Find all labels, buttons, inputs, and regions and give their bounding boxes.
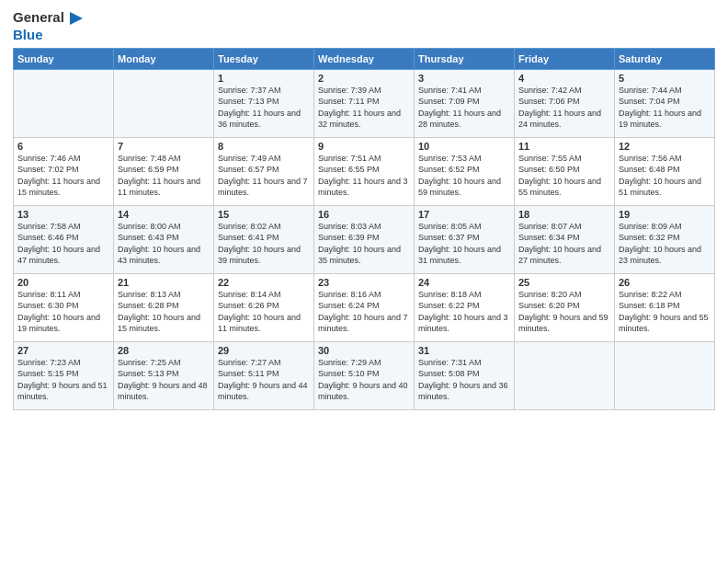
day-cell: 16Sunrise: 8:03 AM Sunset: 6:39 PM Dayli…	[314, 206, 415, 274]
day-number: 24	[418, 277, 510, 288]
day-cell: 31Sunrise: 7:31 AM Sunset: 5:08 PM Dayli…	[415, 342, 515, 410]
weekday-saturday: Saturday	[615, 49, 715, 70]
day-number: 26	[619, 277, 711, 288]
day-cell: 3Sunrise: 7:41 AM Sunset: 7:09 PM Daylig…	[415, 70, 515, 138]
day-info: Sunrise: 7:56 AM Sunset: 6:48 PM Dayligh…	[619, 153, 711, 198]
day-number: 18	[518, 209, 610, 220]
logo-text: General Blue	[13, 9, 83, 42]
day-info: Sunrise: 7:42 AM Sunset: 7:06 PM Dayligh…	[518, 85, 610, 130]
day-number: 22	[218, 277, 310, 288]
day-cell: 2Sunrise: 7:39 AM Sunset: 7:11 PM Daylig…	[314, 70, 415, 138]
day-cell: 24Sunrise: 8:18 AM Sunset: 6:22 PM Dayli…	[415, 274, 515, 342]
day-cell: 10Sunrise: 7:53 AM Sunset: 6:52 PM Dayli…	[415, 138, 515, 206]
day-number: 20	[17, 277, 109, 288]
day-number: 4	[518, 73, 610, 84]
day-cell: 27Sunrise: 7:23 AM Sunset: 5:15 PM Dayli…	[14, 342, 114, 410]
week-row-4: 20Sunrise: 8:11 AM Sunset: 6:30 PM Dayli…	[14, 274, 715, 342]
day-info: Sunrise: 7:53 AM Sunset: 6:52 PM Dayligh…	[418, 153, 510, 198]
day-info: Sunrise: 8:00 AM Sunset: 6:43 PM Dayligh…	[118, 221, 210, 266]
day-cell: 4Sunrise: 7:42 AM Sunset: 7:06 PM Daylig…	[515, 70, 615, 138]
day-info: Sunrise: 8:03 AM Sunset: 6:39 PM Dayligh…	[318, 221, 410, 266]
day-info: Sunrise: 8:02 AM Sunset: 6:41 PM Dayligh…	[218, 221, 310, 266]
day-cell: 1Sunrise: 7:37 AM Sunset: 7:13 PM Daylig…	[214, 70, 314, 138]
day-number: 14	[118, 209, 210, 220]
day-cell: 17Sunrise: 8:05 AM Sunset: 6:37 PM Dayli…	[415, 206, 515, 274]
day-number: 27	[17, 345, 109, 356]
day-number: 11	[518, 141, 610, 152]
day-info: Sunrise: 7:58 AM Sunset: 6:46 PM Dayligh…	[17, 221, 109, 266]
day-number: 2	[318, 73, 410, 84]
day-info: Sunrise: 7:29 AM Sunset: 5:10 PM Dayligh…	[318, 357, 410, 402]
day-number: 5	[619, 73, 711, 84]
day-info: Sunrise: 8:07 AM Sunset: 6:34 PM Dayligh…	[518, 221, 610, 266]
day-cell: 6Sunrise: 7:46 AM Sunset: 7:02 PM Daylig…	[14, 138, 114, 206]
day-number: 16	[318, 209, 410, 220]
day-info: Sunrise: 8:14 AM Sunset: 6:26 PM Dayligh…	[218, 289, 310, 334]
weekday-sunday: Sunday	[14, 49, 114, 70]
day-info: Sunrise: 7:44 AM Sunset: 7:04 PM Dayligh…	[619, 85, 711, 130]
day-number: 31	[418, 345, 510, 356]
week-row-3: 13Sunrise: 7:58 AM Sunset: 6:46 PM Dayli…	[14, 206, 715, 274]
day-number: 8	[218, 141, 310, 152]
day-cell: 21Sunrise: 8:13 AM Sunset: 6:28 PM Dayli…	[114, 274, 214, 342]
day-cell: 18Sunrise: 8:07 AM Sunset: 6:34 PM Dayli…	[515, 206, 615, 274]
weekday-header-row: SundayMondayTuesdayWednesdayThursdayFrid…	[14, 49, 715, 70]
day-cell: 28Sunrise: 7:25 AM Sunset: 5:13 PM Dayli…	[114, 342, 214, 410]
day-number: 9	[318, 141, 410, 152]
day-number: 7	[118, 141, 210, 152]
weekday-thursday: Thursday	[415, 49, 515, 70]
day-info: Sunrise: 8:22 AM Sunset: 6:18 PM Dayligh…	[619, 289, 711, 334]
day-info: Sunrise: 7:23 AM Sunset: 5:15 PM Dayligh…	[17, 357, 109, 402]
day-info: Sunrise: 7:55 AM Sunset: 6:50 PM Dayligh…	[518, 153, 610, 198]
calendar-body: 1Sunrise: 7:37 AM Sunset: 7:13 PM Daylig…	[14, 70, 715, 410]
day-number: 6	[17, 141, 109, 152]
day-cell: 29Sunrise: 7:27 AM Sunset: 5:11 PM Dayli…	[214, 342, 314, 410]
weekday-wednesday: Wednesday	[314, 49, 415, 70]
day-cell: 19Sunrise: 8:09 AM Sunset: 6:32 PM Dayli…	[615, 206, 715, 274]
day-info: Sunrise: 7:25 AM Sunset: 5:13 PM Dayligh…	[118, 357, 210, 402]
day-cell: 5Sunrise: 7:44 AM Sunset: 7:04 PM Daylig…	[615, 70, 715, 138]
day-cell: 9Sunrise: 7:51 AM Sunset: 6:55 PM Daylig…	[314, 138, 415, 206]
day-number: 19	[619, 209, 711, 220]
day-info: Sunrise: 7:51 AM Sunset: 6:55 PM Dayligh…	[318, 153, 410, 198]
day-cell: 23Sunrise: 8:16 AM Sunset: 6:24 PM Dayli…	[314, 274, 415, 342]
weekday-monday: Monday	[114, 49, 214, 70]
day-number: 28	[118, 345, 210, 356]
svg-marker-0	[70, 12, 83, 25]
day-number: 23	[318, 277, 410, 288]
logo: General Blue	[13, 9, 83, 42]
day-info: Sunrise: 8:05 AM Sunset: 6:37 PM Dayligh…	[418, 221, 510, 266]
day-cell: 12Sunrise: 7:56 AM Sunset: 6:48 PM Dayli…	[615, 138, 715, 206]
day-number: 17	[418, 209, 510, 220]
day-number: 10	[418, 141, 510, 152]
day-info: Sunrise: 7:46 AM Sunset: 7:02 PM Dayligh…	[17, 153, 109, 198]
day-info: Sunrise: 7:31 AM Sunset: 5:08 PM Dayligh…	[418, 357, 510, 402]
day-info: Sunrise: 8:16 AM Sunset: 6:24 PM Dayligh…	[318, 289, 410, 334]
day-info: Sunrise: 8:20 AM Sunset: 6:20 PM Dayligh…	[518, 289, 610, 334]
day-number: 3	[418, 73, 510, 84]
day-cell: 22Sunrise: 8:14 AM Sunset: 6:26 PM Dayli…	[214, 274, 314, 342]
day-cell: 30Sunrise: 7:29 AM Sunset: 5:10 PM Dayli…	[314, 342, 415, 410]
day-number: 25	[518, 277, 610, 288]
day-number: 29	[218, 345, 310, 356]
day-cell: 8Sunrise: 7:49 AM Sunset: 6:57 PM Daylig…	[214, 138, 314, 206]
week-row-1: 1Sunrise: 7:37 AM Sunset: 7:13 PM Daylig…	[14, 70, 715, 138]
day-cell: 11Sunrise: 7:55 AM Sunset: 6:50 PM Dayli…	[515, 138, 615, 206]
weekday-tuesday: Tuesday	[214, 49, 314, 70]
day-info: Sunrise: 7:49 AM Sunset: 6:57 PM Dayligh…	[218, 153, 310, 198]
day-cell: 26Sunrise: 8:22 AM Sunset: 6:18 PM Dayli…	[615, 274, 715, 342]
day-info: Sunrise: 7:37 AM Sunset: 7:13 PM Dayligh…	[218, 85, 310, 130]
day-info: Sunrise: 8:13 AM Sunset: 6:28 PM Dayligh…	[118, 289, 210, 334]
day-info: Sunrise: 8:18 AM Sunset: 6:22 PM Dayligh…	[418, 289, 510, 334]
day-cell	[515, 342, 615, 410]
day-number: 1	[218, 73, 310, 84]
week-row-5: 27Sunrise: 7:23 AM Sunset: 5:15 PM Dayli…	[14, 342, 715, 410]
day-info: Sunrise: 7:48 AM Sunset: 6:59 PM Dayligh…	[118, 153, 210, 198]
calendar-table: SundayMondayTuesdayWednesdayThursdayFrid…	[13, 48, 715, 410]
day-cell	[114, 70, 214, 138]
day-cell	[615, 342, 715, 410]
day-number: 12	[619, 141, 711, 152]
day-info: Sunrise: 7:27 AM Sunset: 5:11 PM Dayligh…	[218, 357, 310, 402]
day-info: Sunrise: 8:09 AM Sunset: 6:32 PM Dayligh…	[619, 221, 711, 266]
day-cell: 25Sunrise: 8:20 AM Sunset: 6:20 PM Dayli…	[515, 274, 615, 342]
